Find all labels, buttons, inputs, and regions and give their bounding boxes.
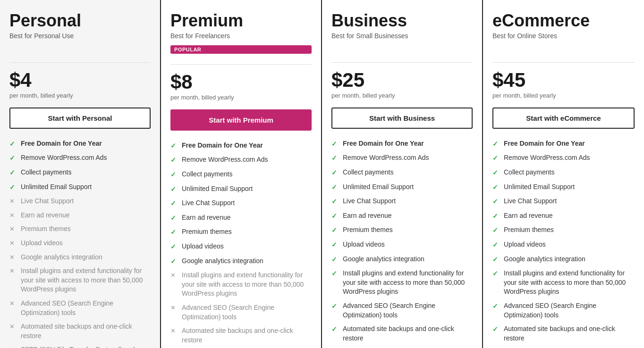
feature-item: ✓Upload videos — [170, 242, 312, 252]
cross-icon: ✕ — [9, 323, 17, 331]
plan-tagline-ecommerce: Best for Online Stores — [492, 32, 635, 40]
feature-item: ✓Earn ad revenue — [331, 211, 473, 221]
feature-item: ✓Remove WordPress.com Ads — [331, 153, 473, 163]
feature-item: ✕Install plugins and extend functionalit… — [170, 271, 312, 298]
feature-text: Advanced SEO (Search Engine Optimization… — [21, 299, 151, 317]
features-list-business: ✓Free Domain for One Year✓Remove WordPre… — [331, 139, 473, 348]
feature-text: Earn ad revenue — [21, 211, 70, 220]
features-list-ecommerce: ✓Free Domain for One Year✓Remove WordPre… — [492, 139, 635, 348]
feature-item: ✓Earn ad revenue — [170, 213, 312, 223]
plan-cta-button-premium[interactable]: Start with Premium — [170, 109, 312, 131]
cross-icon: ✕ — [9, 346, 17, 348]
feature-item: ✓Remove WordPress.com Ads — [9, 153, 151, 163]
feature-item: ✕Advanced SEO (Search Engine Optimizatio… — [170, 303, 312, 322]
feature-item: ✓Remove WordPress.com Ads — [492, 153, 635, 163]
plan-col-ecommerce: eCommerceBest for Online Stores$45per mo… — [483, 0, 644, 348]
plan-name-business: Business — [331, 11, 473, 30]
check-icon: ✓ — [492, 240, 500, 250]
plan-cta-button-personal[interactable]: Start with Personal — [9, 108, 151, 129]
features-list-personal: ✓Free Domain for One Year✓Remove WordPre… — [9, 139, 151, 348]
feature-item: ✓Automated site backups and one-click re… — [331, 324, 473, 343]
check-icon: ✓ — [331, 197, 339, 207]
popular-badge: POPULAR — [170, 45, 312, 54]
feature-text: Install plugins and extend functionality… — [504, 269, 635, 297]
plan-billing-ecommerce: per month, billed yearly — [492, 92, 635, 99]
feature-item: ✓Free Domain for One Year — [170, 141, 312, 151]
feature-item: ✓Install plugins and extend functionalit… — [331, 269, 473, 297]
feature-item: ✓Google analytics integration — [170, 257, 312, 266]
check-icon: ✓ — [331, 140, 339, 149]
check-icon: ✓ — [9, 154, 17, 163]
feature-item: ✕Install plugins and extend functionalit… — [9, 266, 151, 294]
cross-icon: ✕ — [9, 267, 17, 275]
check-icon: ✓ — [492, 140, 500, 149]
feature-item: ✓Free Domain for One Year — [492, 139, 635, 149]
feature-text: Upload videos — [21, 239, 63, 248]
popular-spacer — [9, 45, 151, 58]
plan-tagline-premium: Best for Freelancers — [170, 32, 312, 40]
feature-item: ✓Live Chat Support — [492, 197, 635, 207]
check-icon: ✓ — [170, 214, 178, 223]
check-icon: ✓ — [170, 185, 178, 194]
check-icon: ✓ — [492, 302, 500, 311]
feature-item: ✓Install plugins and extend functionalit… — [492, 269, 635, 297]
feature-item: ✓Free Domain for One Year — [9, 139, 151, 149]
plan-cta-button-ecommerce[interactable]: Start with eCommerce — [492, 108, 635, 129]
feature-text: Install plugins and extend functionality… — [21, 266, 151, 294]
feature-text: Collect payments — [504, 168, 554, 177]
feature-text: Automated site backups and one-click res… — [504, 324, 635, 343]
check-icon: ✓ — [331, 226, 339, 235]
feature-item: ✓Live Chat Support — [170, 199, 312, 208]
feature-item: ✓Upload videos — [492, 240, 635, 250]
feature-text: Advanced SEO (Search Engine Optimization… — [343, 301, 473, 320]
feature-text: Earn ad revenue — [343, 211, 392, 221]
feature-item: ✓Earn ad revenue — [492, 211, 635, 221]
feature-text: Google analytics integration — [182, 257, 263, 266]
plan-col-premium: PremiumBest for FreelancersPOPULAR$8per … — [161, 0, 322, 348]
cross-icon: ✕ — [9, 253, 17, 262]
check-icon: ✓ — [170, 141, 178, 151]
feature-item: ✓Premium themes — [331, 225, 473, 235]
feature-item: ✓Remove WordPress.com Ads — [170, 155, 312, 165]
feature-text: Google analytics integration — [21, 253, 102, 262]
cross-icon: ✕ — [9, 225, 17, 233]
feature-text: Remove WordPress.com Ads — [182, 155, 268, 165]
plan-price-ecommerce: $45 — [492, 69, 635, 91]
cross-icon: ✕ — [9, 239, 17, 248]
feature-text: Free Domain for One Year — [504, 139, 585, 149]
feature-text: Automated site backups and one-click res… — [343, 324, 473, 343]
feature-item: ✓Google analytics integration — [492, 255, 635, 265]
cross-icon: ✕ — [170, 271, 178, 280]
feature-text: Upload videos — [343, 240, 385, 249]
feature-item: ✕Automated site backups and one-click re… — [9, 322, 151, 340]
feature-text: Unlimited Email Support — [504, 182, 575, 192]
feature-text: Free Domain for One Year — [343, 139, 424, 149]
feature-item: ✓Unlimited Email Support — [9, 182, 151, 192]
feature-item: ✓Unlimited Email Support — [170, 184, 312, 194]
feature-text: Collect payments — [343, 168, 393, 177]
plan-billing-personal: per month, billed yearly — [9, 92, 151, 99]
popular-spacer — [492, 45, 635, 58]
cross-icon: ✕ — [9, 211, 17, 220]
cross-icon: ✕ — [9, 299, 17, 308]
feature-item: ✓Advanced SEO (Search Engine Optimizatio… — [331, 301, 473, 320]
feature-text: Free Domain for One Year — [182, 141, 263, 150]
check-icon: ✓ — [170, 228, 178, 237]
feature-text: Live Chat Support — [182, 199, 235, 208]
check-icon: ✓ — [492, 212, 500, 221]
feature-item: ✓Upload videos — [331, 240, 473, 250]
feature-text: Earn ad revenue — [182, 213, 231, 223]
features-list-premium: ✓Free Domain for One Year✓Remove WordPre… — [170, 141, 312, 348]
plan-price-personal: $4 — [9, 69, 151, 91]
feature-text: Premium themes — [182, 227, 232, 237]
feature-text: Unlimited Email Support — [21, 182, 92, 192]
check-icon: ✓ — [170, 257, 178, 266]
feature-item: ✓Premium themes — [170, 227, 312, 237]
plan-cta-button-business[interactable]: Start with Business — [331, 108, 473, 129]
feature-item: ✕Premium themes — [9, 224, 151, 234]
feature-text: Google analytics integration — [504, 255, 585, 264]
feature-text: Collect payments — [21, 168, 71, 177]
check-icon: ✓ — [170, 242, 178, 252]
feature-text: Live Chat Support — [504, 197, 557, 206]
feature-text: Automated site backups and one-click res… — [21, 322, 151, 340]
